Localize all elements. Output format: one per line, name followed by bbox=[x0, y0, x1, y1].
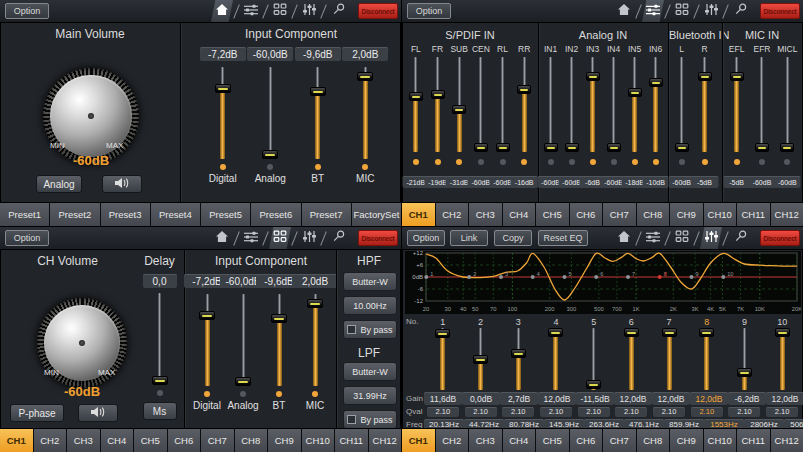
slider-handle[interactable] bbox=[662, 328, 677, 337]
channel-tab-ch4[interactable]: CH4 bbox=[503, 203, 536, 226]
channel-tab-ch10[interactable]: CH10 bbox=[302, 429, 335, 452]
slider-handle[interactable] bbox=[730, 72, 744, 81]
gain-slider[interactable] bbox=[235, 294, 251, 386]
slider-handle[interactable] bbox=[699, 328, 714, 337]
channel-tab-ch8[interactable]: CH8 bbox=[235, 429, 268, 452]
eq-gain-slider[interactable] bbox=[511, 328, 526, 390]
slider-handle[interactable] bbox=[152, 376, 168, 385]
eq-response-graph[interactable]: +12+60dB-6-1220304050701002003005007001K… bbox=[405, 251, 801, 314]
copy-button[interactable]: Copy bbox=[494, 230, 532, 246]
slider-handle[interactable] bbox=[452, 105, 466, 114]
slider-handle[interactable] bbox=[511, 349, 526, 358]
option-button[interactable]: Option bbox=[407, 230, 445, 246]
nav-tab-home[interactable] bbox=[211, 0, 233, 22]
input-level-slider[interactable] bbox=[675, 57, 689, 152]
slider-handle[interactable] bbox=[262, 150, 278, 159]
eq-gain-slider[interactable] bbox=[473, 328, 488, 390]
input-level-slider[interactable] bbox=[586, 57, 600, 152]
nav-tab-key[interactable] bbox=[729, 0, 751, 22]
channel-tab-ch2[interactable]: CH2 bbox=[436, 429, 469, 452]
disconnect-button[interactable]: Disconnect bbox=[760, 3, 800, 19]
slider-handle[interactable] bbox=[357, 72, 373, 81]
slider-handle[interactable] bbox=[517, 85, 531, 94]
slider-handle[interactable] bbox=[775, 328, 790, 337]
channel-tab-ch1[interactable]: CH1 bbox=[402, 203, 435, 226]
slider-handle[interactable] bbox=[565, 143, 579, 152]
gain-slider[interactable] bbox=[215, 67, 231, 159]
channel-tab-ch6[interactable]: CH6 bbox=[570, 429, 603, 452]
gain-slider[interactable] bbox=[357, 67, 373, 159]
channel-tab-ch12[interactable]: CH12 bbox=[771, 203, 803, 226]
slider-handle[interactable] bbox=[496, 143, 510, 152]
nav-tab-faders[interactable] bbox=[298, 227, 320, 249]
nav-tab-grid[interactable] bbox=[269, 0, 291, 22]
nav-tab-faders[interactable] bbox=[700, 227, 722, 249]
input-level-slider[interactable] bbox=[431, 57, 445, 152]
slider-handle[interactable] bbox=[780, 143, 794, 152]
slider-handle[interactable] bbox=[698, 72, 712, 81]
preset-tab-factoryset[interactable]: FactorySet bbox=[352, 203, 401, 226]
channel-tab-ch4[interactable]: CH4 bbox=[503, 429, 536, 452]
nav-tab-grid[interactable] bbox=[269, 227, 291, 249]
channel-tab-ch8[interactable]: CH8 bbox=[637, 429, 670, 452]
slider-handle[interactable] bbox=[628, 88, 642, 97]
slider-handle[interactable] bbox=[649, 78, 663, 87]
eq-gain-slider[interactable] bbox=[435, 328, 450, 390]
channel-tab-ch1[interactable]: CH1 bbox=[0, 429, 33, 452]
eq-gain-slider[interactable] bbox=[586, 328, 601, 390]
option-button[interactable]: Option bbox=[407, 3, 451, 19]
slider-handle[interactable] bbox=[755, 143, 769, 152]
channel-tab-ch12[interactable]: CH12 bbox=[771, 429, 803, 452]
hpf-type-button[interactable]: Butter-W bbox=[343, 272, 397, 291]
slider-handle[interactable] bbox=[199, 311, 215, 320]
nav-tab-grid[interactable] bbox=[671, 0, 693, 22]
input-level-slider[interactable] bbox=[496, 57, 510, 152]
preset-tab-preset7[interactable]: Preset7 bbox=[302, 203, 351, 226]
channel-tab-ch3[interactable]: CH3 bbox=[67, 429, 100, 452]
slider-handle[interactable] bbox=[544, 143, 558, 152]
channel-tab-ch7[interactable]: CH7 bbox=[201, 429, 234, 452]
input-level-slider[interactable] bbox=[452, 57, 466, 152]
nav-tab-home[interactable] bbox=[613, 0, 635, 22]
nav-tab-faders[interactable] bbox=[298, 0, 320, 22]
slider-handle[interactable] bbox=[474, 143, 488, 152]
nav-tab-grid[interactable] bbox=[671, 227, 693, 249]
hpf-bypass-button[interactable]: By pass bbox=[343, 320, 397, 339]
nav-tab-home[interactable] bbox=[211, 227, 233, 249]
ms-unit-button[interactable]: Ms bbox=[143, 402, 177, 420]
channel-tab-ch11[interactable]: CH11 bbox=[737, 203, 770, 226]
input-level-slider[interactable] bbox=[544, 57, 558, 152]
mute-button[interactable] bbox=[102, 175, 142, 193]
channel-tab-ch2[interactable]: CH2 bbox=[34, 429, 67, 452]
disconnect-button[interactable]: Disconnect bbox=[358, 3, 398, 19]
channel-tab-ch10[interactable]: CH10 bbox=[704, 429, 737, 452]
slider-handle[interactable] bbox=[675, 143, 689, 152]
input-level-slider[interactable] bbox=[565, 57, 579, 152]
channel-tab-ch5[interactable]: CH5 bbox=[536, 203, 569, 226]
input-level-slider[interactable] bbox=[755, 57, 769, 152]
channel-tab-ch7[interactable]: CH7 bbox=[603, 203, 636, 226]
channel-tab-ch2[interactable]: CH2 bbox=[436, 203, 469, 226]
option-button[interactable]: Option bbox=[5, 3, 49, 19]
channel-tab-ch7[interactable]: CH7 bbox=[603, 429, 636, 452]
gain-slider[interactable] bbox=[271, 294, 287, 386]
mute-button[interactable] bbox=[78, 404, 118, 422]
gain-slider[interactable] bbox=[307, 294, 323, 386]
lpf-bypass-button[interactable]: By pass bbox=[343, 410, 397, 429]
slider-handle[interactable] bbox=[473, 355, 488, 364]
channel-tab-ch3[interactable]: CH3 bbox=[469, 429, 502, 452]
nav-tab-mixer[interactable] bbox=[240, 0, 262, 22]
slider-handle[interactable] bbox=[586, 72, 600, 81]
channel-tab-ch9[interactable]: CH9 bbox=[670, 203, 703, 226]
preset-tab-preset1[interactable]: Preset1 bbox=[0, 203, 49, 226]
nav-tab-mixer[interactable] bbox=[240, 227, 262, 249]
hpf-freq-button[interactable]: 10.00Hz bbox=[343, 296, 397, 315]
gain-slider[interactable] bbox=[199, 294, 215, 386]
slider-handle[interactable] bbox=[435, 329, 450, 338]
nav-tab-mixer[interactable] bbox=[642, 227, 664, 249]
preset-tab-preset5[interactable]: Preset5 bbox=[201, 203, 250, 226]
disconnect-button[interactable]: Disconnect bbox=[760, 230, 800, 246]
slider-handle[interactable] bbox=[271, 314, 287, 323]
channel-tab-ch5[interactable]: CH5 bbox=[134, 429, 167, 452]
slider-handle[interactable] bbox=[310, 87, 326, 96]
